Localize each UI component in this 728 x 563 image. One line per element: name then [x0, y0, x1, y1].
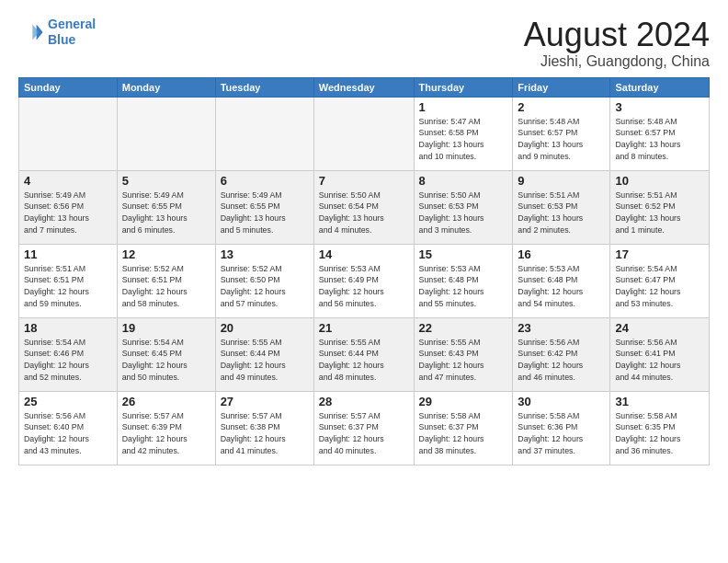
calendar-cell: 13Sunrise: 5:52 AM Sunset: 6:50 PM Dayli…	[215, 244, 313, 317]
day-number: 15	[419, 247, 508, 261]
day-info: Sunrise: 5:48 AM Sunset: 6:57 PM Dayligh…	[615, 116, 704, 163]
day-number: 30	[518, 395, 605, 408]
day-info: Sunrise: 5:55 AM Sunset: 6:44 PM Dayligh…	[221, 337, 309, 384]
day-info: Sunrise: 5:57 AM Sunset: 6:37 PM Dayligh…	[319, 410, 409, 457]
day-info: Sunrise: 5:47 AM Sunset: 6:58 PM Dayligh…	[419, 116, 508, 163]
day-number: 1	[419, 100, 508, 114]
day-info: Sunrise: 5:56 AM Sunset: 6:41 PM Dayligh…	[615, 337, 704, 384]
day-info: Sunrise: 5:55 AM Sunset: 6:44 PM Dayligh…	[319, 337, 409, 384]
day-number: 16	[518, 247, 605, 261]
calendar-week-row: 25Sunrise: 5:56 AM Sunset: 6:40 PM Dayli…	[19, 391, 710, 465]
calendar-cell: 1Sunrise: 5:47 AM Sunset: 6:58 PM Daylig…	[414, 97, 513, 170]
day-number: 14	[319, 247, 409, 261]
logo-text: General Blue	[48, 17, 96, 48]
day-info: Sunrise: 5:58 AM Sunset: 6:35 PM Dayligh…	[615, 410, 704, 457]
day-info: Sunrise: 5:57 AM Sunset: 6:38 PM Dayligh…	[221, 410, 309, 457]
day-info: Sunrise: 5:54 AM Sunset: 6:47 PM Dayligh…	[615, 263, 704, 310]
day-info: Sunrise: 5:55 AM Sunset: 6:43 PM Dayligh…	[419, 337, 508, 384]
calendar-week-row: 11Sunrise: 5:51 AM Sunset: 6:51 PM Dayli…	[19, 244, 710, 317]
day-number: 3	[615, 100, 704, 114]
col-wednesday: Wednesday	[313, 77, 414, 97]
title-block: August 2024 Jieshi, Guangdong, China	[524, 17, 710, 70]
calendar-cell	[19, 97, 118, 170]
day-info: Sunrise: 5:53 AM Sunset: 6:48 PM Dayligh…	[419, 263, 508, 310]
day-number: 8	[419, 174, 508, 188]
day-info: Sunrise: 5:53 AM Sunset: 6:49 PM Dayligh…	[319, 263, 409, 310]
calendar-header-row: Sunday Monday Tuesday Wednesday Thursday…	[19, 77, 710, 97]
calendar-cell	[313, 97, 414, 170]
calendar-cell: 8Sunrise: 5:50 AM Sunset: 6:53 PM Daylig…	[414, 170, 513, 244]
day-number: 12	[122, 247, 210, 261]
day-number: 9	[518, 174, 605, 188]
month-title: August 2024	[524, 17, 710, 53]
calendar-cell: 25Sunrise: 5:56 AM Sunset: 6:40 PM Dayli…	[19, 391, 118, 465]
calendar-cell	[117, 97, 215, 170]
day-number: 29	[419, 395, 508, 408]
calendar-cell: 15Sunrise: 5:53 AM Sunset: 6:48 PM Dayli…	[414, 244, 513, 317]
calendar-cell: 5Sunrise: 5:49 AM Sunset: 6:55 PM Daylig…	[117, 170, 215, 244]
day-number: 24	[615, 321, 704, 335]
day-number: 26	[122, 395, 210, 408]
calendar-cell: 26Sunrise: 5:57 AM Sunset: 6:39 PM Dayli…	[117, 391, 215, 465]
day-number: 4	[24, 174, 112, 188]
calendar-cell: 7Sunrise: 5:50 AM Sunset: 6:54 PM Daylig…	[313, 170, 414, 244]
day-number: 11	[24, 247, 112, 261]
col-saturday: Saturday	[610, 77, 710, 97]
day-info: Sunrise: 5:56 AM Sunset: 6:40 PM Dayligh…	[24, 410, 112, 457]
day-number: 23	[518, 321, 605, 335]
day-number: 17	[615, 247, 704, 261]
day-info: Sunrise: 5:57 AM Sunset: 6:39 PM Dayligh…	[122, 410, 210, 457]
calendar-cell: 31Sunrise: 5:58 AM Sunset: 6:35 PM Dayli…	[610, 391, 710, 465]
day-number: 27	[221, 395, 309, 408]
calendar-cell: 28Sunrise: 5:57 AM Sunset: 6:37 PM Dayli…	[313, 391, 414, 465]
day-number: 21	[319, 321, 409, 335]
col-thursday: Thursday	[414, 77, 513, 97]
day-info: Sunrise: 5:53 AM Sunset: 6:48 PM Dayligh…	[518, 263, 605, 310]
calendar: Sunday Monday Tuesday Wednesday Thursday…	[18, 77, 710, 465]
calendar-cell: 11Sunrise: 5:51 AM Sunset: 6:51 PM Dayli…	[19, 244, 118, 317]
day-number: 28	[319, 395, 409, 408]
day-info: Sunrise: 5:56 AM Sunset: 6:42 PM Dayligh…	[518, 337, 605, 384]
calendar-cell: 17Sunrise: 5:54 AM Sunset: 6:47 PM Dayli…	[610, 244, 710, 317]
calendar-cell: 10Sunrise: 5:51 AM Sunset: 6:52 PM Dayli…	[610, 170, 710, 244]
day-info: Sunrise: 5:51 AM Sunset: 6:51 PM Dayligh…	[24, 263, 112, 310]
day-info: Sunrise: 5:48 AM Sunset: 6:57 PM Dayligh…	[518, 116, 605, 163]
calendar-cell: 16Sunrise: 5:53 AM Sunset: 6:48 PM Dayli…	[513, 244, 610, 317]
day-number: 10	[615, 174, 704, 188]
day-info: Sunrise: 5:49 AM Sunset: 6:55 PM Dayligh…	[122, 190, 210, 236]
day-info: Sunrise: 5:58 AM Sunset: 6:37 PM Dayligh…	[419, 410, 508, 457]
calendar-cell: 4Sunrise: 5:49 AM Sunset: 6:56 PM Daylig…	[19, 170, 118, 244]
day-info: Sunrise: 5:51 AM Sunset: 6:53 PM Dayligh…	[518, 190, 605, 236]
day-info: Sunrise: 5:50 AM Sunset: 6:53 PM Dayligh…	[419, 190, 508, 236]
col-friday: Friday	[513, 77, 610, 97]
calendar-cell: 6Sunrise: 5:49 AM Sunset: 6:55 PM Daylig…	[215, 170, 313, 244]
calendar-cell: 22Sunrise: 5:55 AM Sunset: 6:43 PM Dayli…	[414, 317, 513, 391]
day-number: 25	[24, 395, 112, 408]
calendar-cell: 18Sunrise: 5:54 AM Sunset: 6:46 PM Dayli…	[19, 317, 118, 391]
calendar-cell: 2Sunrise: 5:48 AM Sunset: 6:57 PM Daylig…	[513, 97, 610, 170]
day-number: 20	[221, 321, 309, 335]
calendar-cell: 9Sunrise: 5:51 AM Sunset: 6:53 PM Daylig…	[513, 170, 610, 244]
calendar-week-row: 1Sunrise: 5:47 AM Sunset: 6:58 PM Daylig…	[19, 97, 710, 170]
col-sunday: Sunday	[19, 77, 118, 97]
day-info: Sunrise: 5:49 AM Sunset: 6:55 PM Dayligh…	[221, 190, 309, 236]
day-number: 19	[122, 321, 210, 335]
day-info: Sunrise: 5:54 AM Sunset: 6:45 PM Dayligh…	[122, 337, 210, 384]
logo: General Blue	[18, 17, 96, 48]
page: General Blue August 2024 Jieshi, Guangdo…	[0, 0, 728, 475]
day-number: 18	[24, 321, 112, 335]
calendar-cell: 19Sunrise: 5:54 AM Sunset: 6:45 PM Dayli…	[117, 317, 215, 391]
calendar-cell: 12Sunrise: 5:52 AM Sunset: 6:51 PM Dayli…	[117, 244, 215, 317]
col-tuesday: Tuesday	[215, 77, 313, 97]
day-number: 6	[221, 174, 309, 188]
location: Jieshi, Guangdong, China	[524, 53, 710, 70]
calendar-week-row: 18Sunrise: 5:54 AM Sunset: 6:46 PM Dayli…	[19, 317, 710, 391]
day-info: Sunrise: 5:50 AM Sunset: 6:54 PM Dayligh…	[319, 190, 409, 236]
day-number: 13	[221, 247, 309, 261]
logo-icon	[18, 19, 44, 45]
header: General Blue August 2024 Jieshi, Guangdo…	[18, 17, 710, 70]
calendar-cell: 30Sunrise: 5:58 AM Sunset: 6:36 PM Dayli…	[513, 391, 610, 465]
day-number: 31	[615, 395, 704, 408]
calendar-cell: 3Sunrise: 5:48 AM Sunset: 6:57 PM Daylig…	[610, 97, 710, 170]
day-info: Sunrise: 5:52 AM Sunset: 6:51 PM Dayligh…	[122, 263, 210, 310]
